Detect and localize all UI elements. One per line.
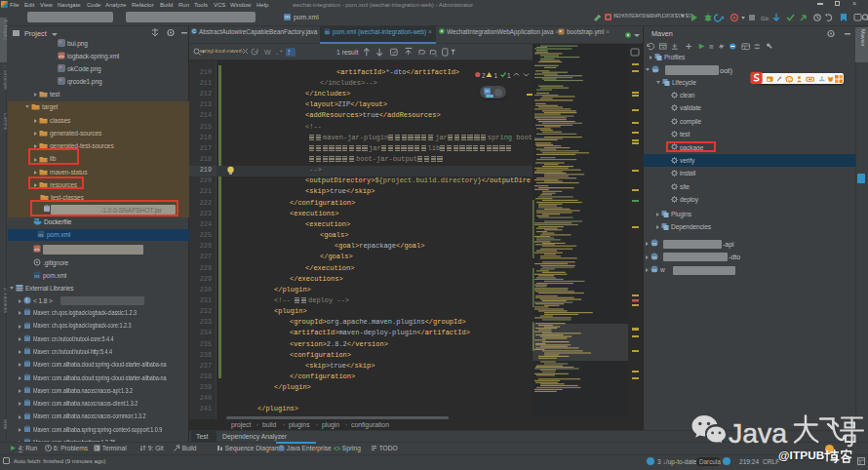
svg-text:m: m <box>652 267 657 273</box>
svg-text:m: m <box>38 232 43 238</box>
svg-text:⤴: ⤴ <box>288 49 291 56</box>
svg-text:m: m <box>652 254 657 259</box>
svg-text:<>: <> <box>59 53 64 59</box>
svg-text:m: m <box>325 28 329 34</box>
svg-text:W: W <box>264 49 271 56</box>
svg-text:m: m <box>34 272 39 278</box>
svg-text:.*: .* <box>275 49 283 57</box>
svg-text:m: m <box>653 66 658 72</box>
svg-text:■: ■ <box>768 77 770 82</box>
svg-text:1: 1 <box>494 71 498 78</box>
svg-text:<>: <> <box>34 247 40 253</box>
svg-text:C: C <box>192 29 196 34</box>
svg-text:Java: Java <box>729 417 787 449</box>
svg-text:1: 1 <box>507 71 511 78</box>
svg-text:u: u <box>435 54 437 58</box>
svg-text:2: 2 <box>482 71 486 78</box>
svg-text:m: m <box>652 241 657 247</box>
svg-text:m: m <box>709 44 713 51</box>
svg-text:Git:: Git: <box>761 16 770 21</box>
